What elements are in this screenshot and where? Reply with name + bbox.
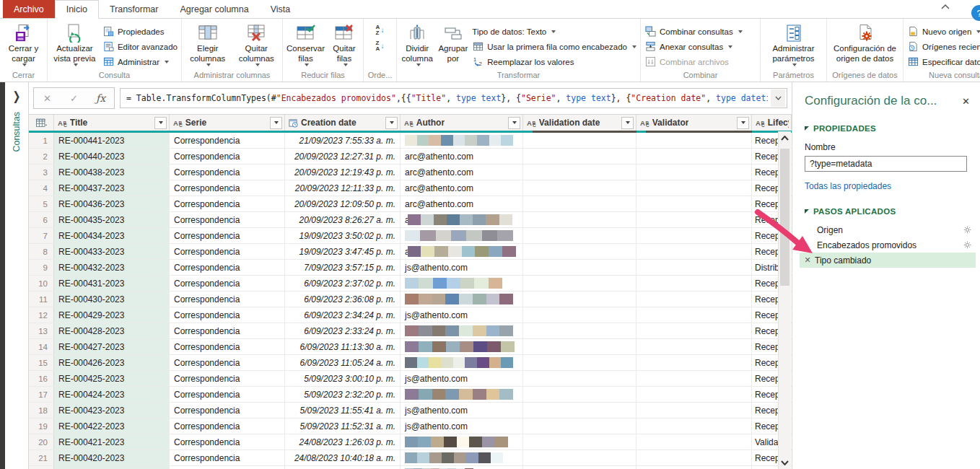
table-row[interactable]: 17RE-000424-2023Correspondencia5/09/2023… — [29, 387, 792, 403]
table-row[interactable]: 6RE-000435-2023Correspondencia20/09/2023… — [29, 212, 792, 228]
cell-serie[interactable]: Correspondencia — [170, 434, 285, 450]
cell-serie[interactable]: Correspondencia — [170, 244, 285, 259]
cell-author[interactable] — [401, 133, 523, 148]
row-number[interactable]: 2 — [29, 149, 54, 164]
row-number[interactable]: 11 — [29, 292, 54, 307]
cell-serie[interactable]: Correspondencia — [170, 307, 285, 323]
cell-validator[interactable] — [636, 434, 752, 450]
recent-sources-button[interactable]: Orígenes recientes — [906, 39, 980, 54]
cell-author[interactable]: arc@athento.com — [401, 149, 523, 164]
data-type-button[interactable]: Tipo de datos: Texto — [471, 24, 638, 39]
cell-validator[interactable] — [636, 212, 752, 227]
cell-title[interactable]: RE-000427-2023 — [54, 339, 170, 354]
cell-author[interactable]: arc@athento.com — [401, 165, 523, 180]
advanced-editor-button[interactable]: Editor avanzado — [101, 39, 179, 54]
cell-validation-date[interactable] — [523, 434, 636, 450]
column-header-serie[interactable]: ABCSerie — [170, 115, 285, 131]
scrollbar-thumb[interactable] — [780, 149, 789, 286]
applied-step-encabezados-promovidos[interactable]: Encabezados promovidos — [800, 237, 976, 253]
filter-button[interactable] — [621, 117, 634, 129]
cell-validation-date[interactable] — [523, 196, 636, 211]
table-row[interactable]: 13RE-000428-2023Correspondencia6/09/2023… — [29, 323, 792, 339]
cell-serie[interactable]: Correspondencia — [170, 228, 285, 243]
cell-validation-date[interactable] — [523, 133, 636, 148]
table-row[interactable]: 2RE-000440-2023Correspondencia20/09/2023… — [29, 149, 792, 165]
cell-author[interactable]: js@athento.com — [401, 418, 523, 434]
cell-validation-date[interactable] — [523, 244, 636, 259]
cell-title[interactable]: RE-000438-2023 — [54, 165, 170, 180]
applied-step-origen[interactable]: Origen — [800, 222, 976, 237]
column-header-author[interactable]: ABCAuthor — [401, 115, 523, 131]
row-number[interactable]: 14 — [29, 339, 54, 354]
cell-validation-date[interactable] — [523, 355, 636, 370]
gear-icon[interactable] — [963, 241, 971, 249]
row-number[interactable]: 16 — [29, 371, 54, 386]
cell-creation-date[interactable]: 6/09/2023 2:37:02 p. m. — [285, 276, 401, 291]
row-number[interactable]: 21 — [29, 450, 54, 465]
enter-data-button[interactable]: Especificar datos — [906, 54, 980, 69]
table-row[interactable]: 20RE-000421-2023Correspondencia24/08/202… — [29, 434, 792, 450]
cell-serie[interactable]: Correspondencia — [170, 418, 285, 434]
cell-creation-date[interactable]: 6/09/2023 2:34:24 p. m. — [285, 307, 401, 323]
split-column-button[interactable]: Dividir columna — [399, 22, 435, 67]
row-number[interactable]: 22 — [29, 466, 54, 469]
cell-creation-date[interactable]: 24/08/2023 10:40:18 a. m. — [285, 450, 401, 465]
cell-validation-date[interactable] — [523, 323, 636, 338]
cell-author[interactable]: arc@athento.com — [401, 180, 523, 196]
formula-input[interactable]: = Table.TransformColumnTypes(#"Encabezad… — [120, 88, 787, 108]
table-row[interactable]: 1RE-000441-2023Correspondencia21/09/2023… — [29, 133, 792, 149]
cell-serie[interactable]: Correspondencia — [170, 260, 285, 275]
scroll-up-icon[interactable] — [779, 131, 791, 144]
scroll-down-icon[interactable] — [779, 456, 791, 469]
cell-validator[interactable] — [636, 371, 752, 386]
cell-validator[interactable] — [636, 244, 752, 259]
cell-validation-date[interactable] — [523, 292, 636, 307]
table-row[interactable]: 12RE-000429-2023Correspondencia6/09/2023… — [29, 307, 792, 323]
cell-creation-date[interactable]: 6/09/2023 2:33:24 p. m. — [285, 323, 401, 338]
filter-button[interactable] — [154, 117, 167, 129]
column-header-creation-date[interactable]: Creation date — [285, 115, 401, 131]
cell-validator[interactable] — [636, 276, 752, 291]
cell-validation-date[interactable] — [523, 339, 636, 354]
filter-button[interactable] — [385, 117, 398, 129]
cell-serie[interactable]: Correspondencia — [170, 339, 285, 354]
cell-author[interactable]: js@athento.com — [401, 307, 523, 323]
row-number[interactable]: 12 — [29, 307, 54, 323]
cell-creation-date[interactable]: 19/09/2023 3:47:45 p. m. — [285, 244, 401, 259]
cell-validator[interactable] — [636, 292, 752, 307]
cell-title[interactable]: RE-000425-2023 — [54, 371, 170, 386]
cell-validator[interactable] — [636, 165, 752, 180]
fx-icon[interactable]: ƒx — [87, 88, 114, 108]
cell-serie[interactable]: Correspondencia — [170, 371, 285, 386]
properties-section-header[interactable]: PROPIEDADES — [805, 124, 970, 133]
cell-validation-date[interactable] — [523, 466, 636, 469]
cell-title[interactable]: RE-000436-2023 — [54, 196, 170, 211]
table-row[interactable]: 19RE-000422-2023Correspondencia5/09/2023… — [29, 418, 792, 434]
cell-validation-date[interactable] — [523, 403, 636, 418]
cell-author[interactable]: a — [401, 212, 523, 227]
cell-title[interactable]: RE-000431-2023 — [54, 276, 170, 291]
cell-creation-date[interactable]: 6/09/2023 11:13:30 a. m. — [285, 339, 401, 354]
cell-serie[interactable]: Correspondencia — [170, 355, 285, 370]
cell-title[interactable]: RE-000424-2023 — [54, 387, 170, 402]
cell-author[interactable] — [401, 323, 523, 338]
applied-steps-section-header[interactable]: PASOS APLICADOS — [805, 207, 970, 216]
cell-serie[interactable]: Correspondencia — [170, 450, 285, 465]
filter-button[interactable] — [508, 117, 520, 129]
row-number[interactable]: 4 — [29, 180, 54, 196]
cell-author[interactable] — [401, 387, 523, 402]
cell-serie[interactable]: Correspondencia — [170, 403, 285, 418]
choose-columns-button[interactable]: Elegir columnas — [184, 22, 232, 67]
first-row-as-headers-button[interactable]: Usar la primera fila como encabezado — [471, 39, 638, 54]
cell-validation-date[interactable] — [523, 418, 636, 434]
table-row[interactable]: 10RE-000431-2023Correspondencia6/09/2023… — [29, 276, 792, 292]
cell-validation-date[interactable] — [523, 450, 636, 465]
cell-creation-date[interactable]: 20/09/2023 12:27:31 p. m. — [285, 149, 401, 164]
table-row[interactable]: 14RE-000427-2023Correspondencia6/09/2023… — [29, 339, 792, 355]
row-number[interactable]: 13 — [29, 323, 54, 338]
cell-validator[interactable] — [636, 323, 752, 338]
cell-title[interactable]: RE-000433-2023 — [54, 244, 170, 259]
row-number[interactable]: 3 — [29, 165, 54, 180]
cell-author[interactable]: a — [401, 244, 523, 259]
cell-validator[interactable] — [636, 307, 752, 323]
